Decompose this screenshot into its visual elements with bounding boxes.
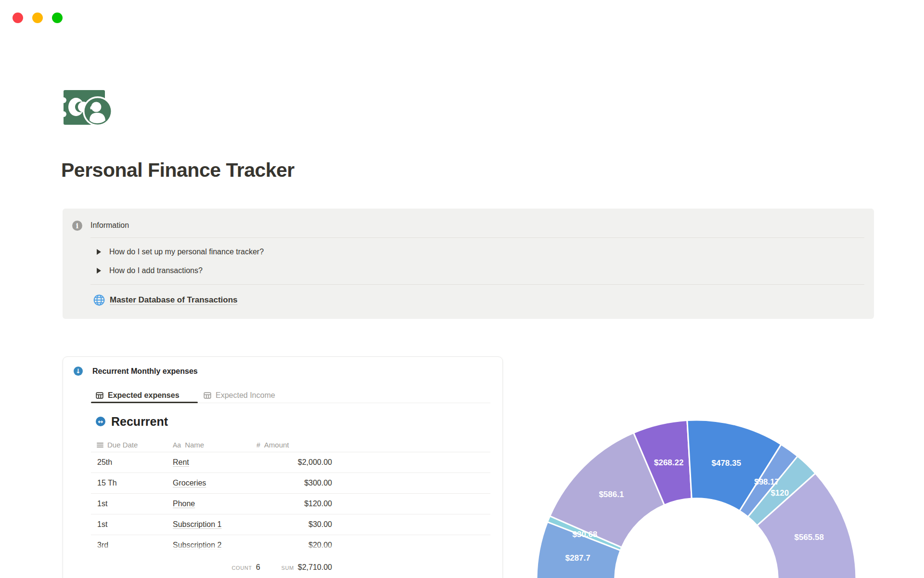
donut-slice-label: $120 bbox=[770, 488, 789, 498]
table-row[interactable]: 1st Subscription 1 $30.00 bbox=[63, 514, 502, 535]
donut-slice-label: $565.58 bbox=[794, 533, 823, 542]
donut-slice-label: $98.17 bbox=[754, 477, 779, 486]
tab-label[interactable]: Expected Income bbox=[216, 391, 275, 400]
text-lines-icon bbox=[97, 442, 103, 448]
toggle-add-transactions-question[interactable]: How do I add transactions? bbox=[90, 265, 203, 276]
arrow-down-circle-icon: ↓ bbox=[74, 367, 83, 376]
active-tab-indicator bbox=[91, 402, 198, 403]
divider bbox=[90, 237, 864, 238]
sum-label[interactable]: SUM bbox=[282, 565, 294, 571]
table-header: Due Date Aa Name # Amount bbox=[63, 441, 502, 452]
count-value[interactable]: 6 bbox=[256, 563, 260, 572]
donut-slice-label: $478.35 bbox=[711, 459, 741, 468]
amount-cell: $2,000.00 bbox=[207, 458, 332, 467]
sum-value[interactable]: $2,710.00 bbox=[298, 563, 332, 572]
information-callout: i Information How do I set up my persona… bbox=[63, 209, 874, 319]
window-controls bbox=[13, 13, 63, 23]
donut-slice-label: $268.22 bbox=[654, 458, 683, 467]
page-title: Personal Finance Tracker bbox=[61, 159, 295, 182]
due-date-cell: 25th bbox=[97, 458, 112, 467]
name-page-link[interactable]: Groceries bbox=[173, 479, 206, 487]
toggle-label[interactable]: How do I set up my personal finance trac… bbox=[109, 248, 264, 256]
toggle-arrow-icon[interactable] bbox=[97, 249, 101, 255]
column-header-due-date[interactable]: Due Date bbox=[97, 441, 138, 449]
number-icon: # bbox=[257, 441, 260, 449]
callout-title: Information bbox=[90, 221, 129, 230]
table-icon bbox=[96, 392, 103, 399]
name-page-link[interactable]: Rent bbox=[173, 458, 189, 467]
expenses-half-donut-chart: $287.7$30.68$586.1$268.22$478.35$98.17$1… bbox=[533, 416, 860, 578]
toggle-label[interactable]: How do I add transactions? bbox=[109, 266, 203, 275]
title-icon: Aa bbox=[173, 441, 181, 449]
tab-expected-income[interactable]: Expected Income bbox=[204, 389, 275, 402]
zoom-button[interactable] bbox=[52, 13, 63, 23]
banknote-coin-icon[interactable] bbox=[63, 89, 116, 127]
due-date-cell: 15 Th bbox=[97, 479, 117, 487]
toggle-arrow-icon[interactable] bbox=[97, 268, 101, 274]
close-button[interactable] bbox=[13, 13, 23, 23]
column-header-name[interactable]: Aa Name bbox=[173, 441, 204, 449]
card-title: Recurrent Monthly expenses bbox=[92, 367, 198, 376]
due-date-cell: 1st bbox=[97, 499, 107, 508]
arrows-left-right-circle-icon: ↔ bbox=[96, 417, 105, 426]
donut-slice-label: $586.1 bbox=[599, 490, 624, 499]
recurrent-section-title: Recurrent bbox=[111, 415, 168, 429]
minimize-button[interactable] bbox=[32, 13, 43, 23]
column-label: Name bbox=[185, 441, 204, 449]
personal-finance-tracker-page: { "window": { "controls": [ {"name": "cl… bbox=[0, 0, 924, 578]
table-footer: COUNT 6 SUM $2,710.00 bbox=[63, 551, 502, 578]
table-icon bbox=[204, 392, 211, 399]
table-row[interactable]: 1st Phone $120.00 bbox=[63, 493, 502, 514]
donut-slice-label: $30.68 bbox=[572, 530, 597, 539]
globe-icon bbox=[93, 294, 105, 306]
amount-cell: $120.00 bbox=[207, 499, 332, 508]
amount-cell: $300.00 bbox=[207, 479, 332, 487]
column-label: Due Date bbox=[107, 441, 138, 449]
info-icon: i bbox=[72, 221, 82, 231]
due-date-cell: 1st bbox=[97, 520, 107, 529]
toggle-setup-question[interactable]: How do I set up my personal finance trac… bbox=[90, 246, 264, 258]
half-donut-svg: $287.7$30.68$586.1$268.22$478.35$98.17$1… bbox=[533, 416, 860, 578]
recurrent-monthly-expenses-card: ↓ Recurrent Monthly expenses Expected ex… bbox=[63, 356, 503, 578]
column-label: Amount bbox=[264, 441, 289, 449]
tab-expected-expenses[interactable]: Expected expenses bbox=[96, 389, 180, 402]
name-page-link[interactable]: Phone bbox=[173, 499, 195, 508]
count-label[interactable]: COUNT bbox=[232, 565, 252, 571]
table-row[interactable]: 25th Rent $2,000.00 bbox=[63, 452, 502, 473]
tab-label[interactable]: Expected expenses bbox=[108, 391, 180, 400]
column-header-amount[interactable]: # Amount bbox=[257, 441, 289, 449]
divider bbox=[90, 284, 864, 285]
master-database-link-row: Master Database of Transactions bbox=[90, 293, 237, 307]
table-row[interactable]: 15 Th Groceries $300.00 bbox=[63, 473, 502, 493]
amount-cell: $30.00 bbox=[207, 520, 332, 529]
donut-slice-label: $287.7 bbox=[565, 553, 590, 563]
master-database-link[interactable]: Master Database of Transactions bbox=[110, 295, 237, 305]
